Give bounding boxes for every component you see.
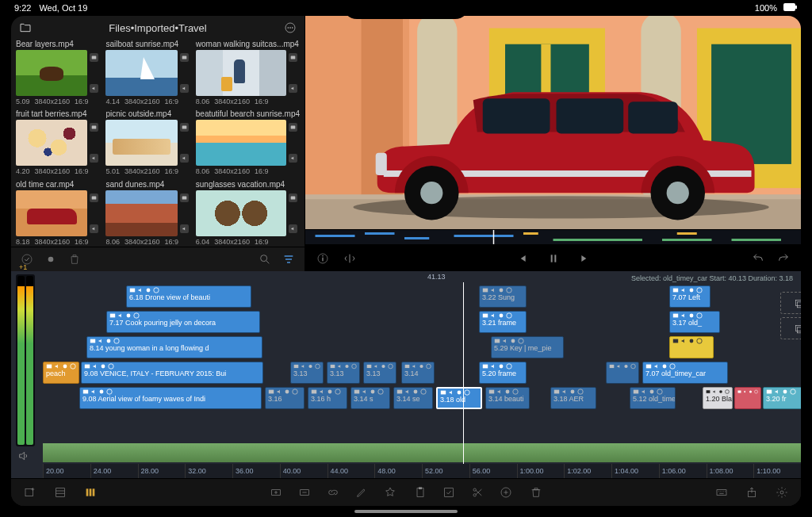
timeline-clip[interactable]: 3.13: [327, 362, 360, 384]
svg-point-68: [500, 314, 504, 318]
link-icon[interactable]: [327, 486, 339, 499]
clipboard-icon[interactable]: [414, 486, 427, 499]
clip-thumbnail[interactable]: [105, 120, 177, 166]
svg-rect-157: [419, 487, 422, 489]
clip-item[interactable]: sunglasses vacation.mp4 6.043840x216016:…: [196, 180, 300, 247]
redo-icon[interactable]: [777, 252, 790, 265]
clip-thumbnail[interactable]: [196, 190, 286, 236]
clip-item[interactable]: old time car.mp4 8.183840x216016:9: [16, 180, 101, 247]
timeline-clip[interactable]: 9.08 VENICE, ITALY - FEBRUARY 2015: Bui: [81, 362, 263, 384]
drop-target[interactable]: [780, 292, 801, 314]
clip-item[interactable]: beatutiful bearch sunrise.mp4 8.063840x2…: [196, 109, 300, 176]
pencil-icon[interactable]: [355, 486, 368, 499]
clip-thumbnail[interactable]: [16, 50, 87, 96]
clip-thumbnail[interactable]: [105, 50, 177, 96]
timeline-clip[interactable]: 7.07 old_timey_car: [642, 362, 728, 384]
timeline-clip[interactable]: 3.14: [401, 362, 435, 384]
clip-thumbnail[interactable]: [196, 50, 286, 96]
scissors-icon[interactable]: [471, 486, 484, 499]
timeline-track[interactable]: 6.18 Drone view of beauti3.22 Sung7.07 L…: [43, 285, 801, 308]
timeline-clip[interactable]: 3.13: [363, 362, 396, 384]
pause-icon[interactable]: [547, 252, 560, 265]
breadcrumb[interactable]: Files•Imported•Travel: [38, 22, 278, 34]
keyboard-icon[interactable]: [715, 486, 728, 499]
checklist-icon[interactable]: [442, 486, 455, 499]
settings-icon[interactable]: [776, 486, 788, 499]
drop-target[interactable]: [780, 317, 801, 339]
add-icon[interactable]: [500, 486, 512, 499]
timeline-track[interactable]: 9.08 Aerial view of foamy waves of Indi3…: [43, 387, 801, 409]
timeline-clip[interactable]: 3.18 old: [436, 387, 482, 409]
timeline-clip[interactable]: 8.14 young woman in a long flowing d: [86, 336, 262, 358]
timeline-clip[interactable]: [669, 336, 714, 358]
trash-icon[interactable]: [68, 253, 81, 266]
clip-item[interactable]: fruit tart berries.mp4 4.203840x216016:9: [16, 109, 101, 176]
home-indicator[interactable]: [354, 510, 458, 513]
preview-filmstrip[interactable]: [305, 229, 801, 245]
video-badge-icon: [180, 193, 189, 202]
timeline-clip[interactable]: peach: [43, 362, 79, 384]
timeline-clip[interactable]: 7.17 Cook pouring jelly on decora: [106, 311, 260, 333]
timeline-clip[interactable]: 5.29 Key | me_pie: [491, 336, 564, 358]
timeline-clip[interactable]: 3.14 se: [393, 387, 433, 409]
clip-thumbnail[interactable]: [196, 120, 286, 166]
filter-icon[interactable]: [282, 253, 295, 266]
timeline-clip[interactable]: 3.16 h: [308, 387, 347, 409]
timeline[interactable]: Selected: old_timey_car Start: 40.13 Dur…: [11, 271, 801, 478]
delete-icon[interactable]: [530, 486, 542, 499]
clip-item[interactable]: sand dunes.mp4 8.063840x216016:9: [105, 180, 190, 247]
svg-rect-13: [182, 196, 187, 199]
svg-rect-32: [557, 98, 624, 133]
lanes-icon[interactable]: [84, 486, 97, 499]
overwrite-icon[interactable]: [298, 486, 311, 499]
audio-waveform[interactable]: [43, 443, 801, 462]
clip-item[interactable]: woman walking suitcas...mp4 8.063840x216…: [196, 40, 300, 106]
favorite-icon[interactable]: [384, 486, 396, 499]
clip-item[interactable]: Bear layers.mp4 5.093840x216016:9: [16, 40, 101, 106]
timeline-clip[interactable]: 3.14 s: [350, 387, 390, 409]
preview-canvas[interactable]: [305, 16, 801, 229]
timeline-clip[interactable]: [606, 362, 639, 384]
timeline-track[interactable]: peach9.08 VENICE, ITALY - FEBRUARY 2015:…: [43, 362, 801, 384]
split-view-icon[interactable]: [343, 252, 356, 265]
record-icon[interactable]: [44, 253, 57, 266]
more-icon[interactable]: [284, 21, 297, 34]
info-icon[interactable]: [316, 252, 329, 265]
folder-icon[interactable]: [19, 21, 32, 34]
share-icon[interactable]: [745, 486, 758, 499]
timeline-clip[interactable]: 3.13: [290, 362, 324, 384]
svg-point-56: [147, 289, 151, 293]
timeline-clip[interactable]: 9.08 Aerial view of foamy waves of Indi: [79, 387, 262, 409]
insert-icon[interactable]: [270, 486, 282, 499]
timeline-clip[interactable]: 7.07 Left: [669, 285, 710, 308]
clip-item[interactable]: picnic outside.mp4 5.013840x216016:9: [105, 109, 190, 176]
timeline-clip[interactable]: 5.20 frame: [479, 362, 527, 384]
timeline-clip[interactable]: 5.12 old_timey_ca: [630, 387, 676, 409]
clip-thumbnail[interactable]: [16, 120, 87, 166]
library-icon[interactable]: [54, 486, 67, 499]
speaker-icon[interactable]: [17, 450, 30, 462]
prev-icon[interactable]: [515, 252, 528, 265]
time-ruler[interactable]: 20.0024.0028.0032.0036.0040.0044.0048.00…: [43, 464, 801, 478]
timeline-clip[interactable]: 3.14 beauti: [485, 387, 530, 409]
timeline-clip[interactable]: 6.18 Drone view of beauti: [126, 285, 251, 308]
timeline-clip[interactable]: 3.21 frame: [479, 311, 527, 333]
clip-thumbnail[interactable]: [105, 190, 177, 236]
timeline-track[interactable]: 8.14 young woman in a long flowing d5.29…: [43, 336, 801, 358]
search-icon[interactable]: [259, 253, 271, 266]
timeline-clip[interactable]: 3.18 AER: [550, 387, 596, 409]
next-icon[interactable]: [579, 252, 592, 265]
timeline-clip[interactable]: 3.20 fr: [763, 387, 801, 409]
add-source-icon[interactable]: [24, 486, 36, 499]
timeline-clip[interactable]: 1.20 Bla: [703, 387, 733, 409]
playhead[interactable]: [463, 282, 464, 464]
timeline-track[interactable]: 7.17 Cook pouring jelly on decora3.21 fr…: [43, 311, 801, 333]
timeline-clip[interactable]: [734, 387, 761, 409]
clip-item[interactable]: sailboat sunrise.mp4 4.143840x216016:9: [105, 40, 190, 106]
timeline-clip[interactable]: 3.16: [265, 387, 304, 409]
undo-icon[interactable]: [752, 252, 764, 265]
svg-rect-1: [795, 6, 797, 9]
timeline-clip[interactable]: 3.22 Sung: [479, 285, 527, 308]
clip-thumbnail[interactable]: [16, 190, 87, 236]
timeline-clip[interactable]: 3.17 old_: [669, 311, 720, 333]
